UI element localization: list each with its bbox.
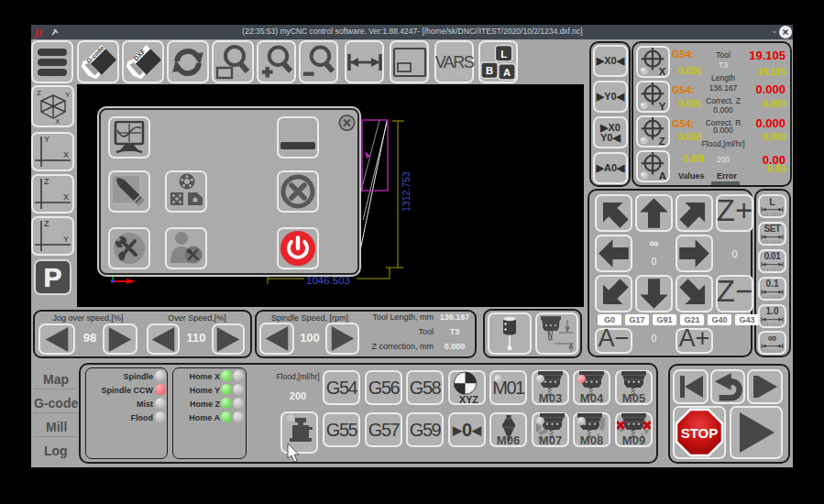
svg-text:Y: Y	[44, 135, 49, 144]
svg-text:XYZ: XYZ	[459, 394, 478, 404]
svg-text:Z: Z	[44, 177, 49, 186]
svg-text:B: B	[486, 65, 493, 76]
svg-text:Y: Y	[65, 91, 71, 99]
svg-text:L: L	[500, 48, 507, 59]
svg-text:Y: Y	[63, 235, 69, 244]
svg-text:Z: Z	[659, 136, 665, 147]
svg-text:X: X	[659, 66, 666, 77]
svg-text:Y: Y	[659, 101, 666, 112]
svg-text:X: X	[55, 117, 60, 125]
svg-text:STOP: STOP	[681, 425, 719, 441]
svg-text:A: A	[659, 170, 666, 181]
svg-text:X: X	[63, 192, 69, 202]
svg-text:X: X	[63, 150, 69, 159]
svg-text:Z: Z	[37, 89, 41, 97]
svg-text:Z: Z	[44, 219, 49, 228]
svg-text:1046.503: 1046.503	[306, 275, 350, 286]
svg-text:A: A	[503, 67, 511, 78]
svg-text:1312.753: 1312.753	[401, 171, 412, 212]
